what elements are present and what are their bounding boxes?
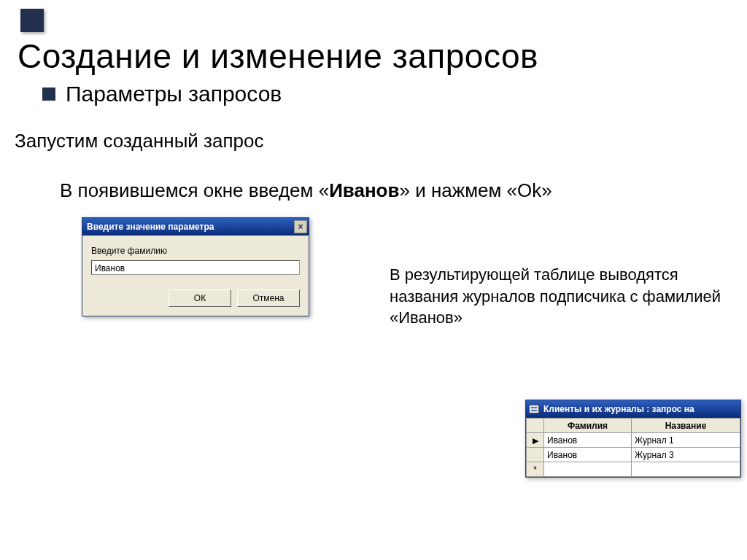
- cell-title-empty[interactable]: [632, 462, 740, 477]
- result-titlebar[interactable]: Клиенты и их журналы : запрос на: [526, 400, 740, 418]
- cell-title[interactable]: Журнал 3: [632, 448, 740, 462]
- slide-title: Создание и изменение запросов: [18, 36, 538, 76]
- parameter-dialog: Введите значение параметра × Введите фам…: [82, 217, 309, 316]
- result-window: Клиенты и их журналы : запрос на Фамилия…: [525, 400, 741, 478]
- result-title: Клиенты и их журналы : запрос на: [543, 404, 694, 414]
- result-grid: Фамилия Название ▶ Иванов Журнал 1 Ивано…: [526, 418, 740, 477]
- body-line-2-bold: Иванов: [329, 179, 399, 201]
- bullet-square-icon: [42, 88, 55, 101]
- dialog-label: Введите фамилию: [91, 246, 300, 256]
- body-line-2: В появившемся окне введем «Иванов» и наж…: [60, 179, 552, 202]
- row-selector[interactable]: ▶: [527, 433, 544, 448]
- result-table: Фамилия Название ▶ Иванов Журнал 1 Ивано…: [526, 418, 740, 477]
- row-selector[interactable]: *: [527, 462, 544, 477]
- table-row[interactable]: ▶ Иванов Журнал 1: [527, 433, 740, 448]
- row-selector[interactable]: [527, 448, 544, 462]
- body-line-2-pre: В появившемся окне введем «: [60, 179, 329, 201]
- dialog-title: Введите значение параметра: [87, 222, 214, 232]
- column-header-surname[interactable]: Фамилия: [544, 419, 632, 433]
- dialog-body: Введите фамилию Иванов ОК Отмена: [82, 236, 309, 316]
- cell-surname[interactable]: Иванов: [544, 448, 632, 462]
- surname-input[interactable]: Иванов: [91, 260, 300, 275]
- cancel-button[interactable]: Отмена: [237, 289, 300, 307]
- subtitle-text: Параметры запросов: [66, 82, 282, 106]
- dialog-titlebar[interactable]: Введите значение параметра ×: [82, 218, 309, 236]
- close-icon: ×: [298, 222, 303, 231]
- ok-button[interactable]: ОК: [169, 289, 231, 307]
- cell-surname-empty[interactable]: [544, 462, 632, 477]
- row-selector-header: [527, 419, 544, 433]
- new-row-icon: *: [533, 464, 537, 475]
- current-row-icon: ▶: [533, 436, 538, 445]
- column-header-title[interactable]: Название: [632, 419, 740, 433]
- cell-surname[interactable]: Иванов: [544, 433, 632, 448]
- table-row[interactable]: Иванов Журнал 3: [527, 448, 740, 462]
- cell-title[interactable]: Журнал 1: [632, 433, 740, 448]
- subtitle-row: Параметры запросов: [42, 82, 282, 106]
- table-header-row: Фамилия Название: [527, 419, 740, 433]
- explanation-paragraph: В результирующей таблице выводятся назва…: [390, 264, 732, 329]
- dialog-buttons: ОК Отмена: [91, 289, 300, 307]
- close-button[interactable]: ×: [294, 220, 307, 233]
- decorative-corner-square: [20, 9, 44, 32]
- table-new-row[interactable]: *: [527, 462, 740, 477]
- body-line-1: Запустим созданный запрос: [15, 130, 263, 152]
- datasheet-icon: [529, 405, 539, 413]
- body-line-2-post: » и нажмем «Ok»: [399, 179, 551, 201]
